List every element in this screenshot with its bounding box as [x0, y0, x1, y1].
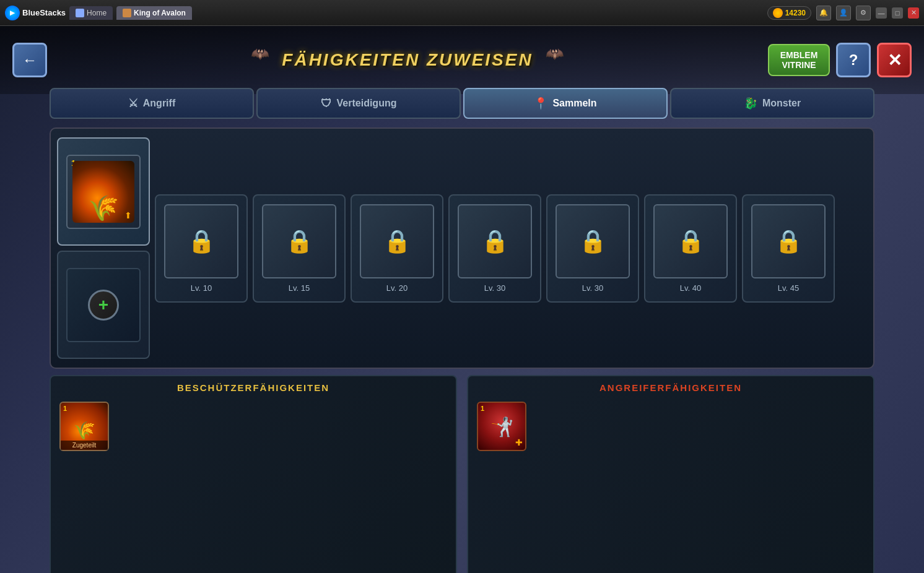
lock-icon-7: 🔒 [677, 228, 705, 254]
skill-slot-5-inner: 🔒 [458, 204, 532, 278]
back-button[interactable]: ← [12, 43, 47, 77]
lock-icon-2: 🔒 [188, 228, 216, 254]
angreifer-title: ANGREIFERFÄHIGKEITEN [474, 382, 867, 393]
coin-badge: 14230 [767, 6, 811, 20]
skill-slot-8-inner: 🔒 [751, 204, 826, 278]
skill-slot-4-inner: 🔒 [360, 204, 434, 278]
bat-right-icon: 🦇 [546, 45, 564, 62]
assigned-skill-1[interactable]: 1 🌾 Zugeteilt [59, 402, 109, 451]
home-tab-label: Home [87, 9, 107, 17]
tab-verteidigung-label: Verteidigung [337, 98, 397, 109]
lock-icon-5: 🔒 [481, 228, 509, 254]
skill-slot-7-inner: 🔒 [653, 204, 728, 278]
game-tab[interactable]: King of Avalon [116, 6, 192, 20]
knight-icon: 🤺 [490, 416, 513, 437]
home-tab[interactable]: Home [69, 6, 113, 20]
skill-up-arrow: ⬆ [124, 210, 132, 220]
skill-level-3: Lv. 15 [289, 283, 310, 293]
minimize-button[interactable]: — [876, 7, 887, 19]
beschuetzer-panel: BESCHÜTZERFÄHIGKEITEN 1 🌾 Zugeteilt [50, 375, 457, 573]
skills-section: 1 🌾 ⬆ + 🔒 Lv. [50, 127, 874, 369]
lock-icon-3: 🔒 [285, 228, 313, 254]
skill-slot-6-inner: 🔒 [556, 204, 630, 278]
skills-grid: 1 🌾 ⬆ + 🔒 Lv. [57, 137, 867, 359]
beschuetzer-skills-grid: 1 🌾 Zugeteilt [57, 399, 450, 454]
bluestacks-logo: ▶ BlueStacks [5, 6, 66, 20]
bat-left-icon: 🦇 [251, 45, 269, 62]
monster-icon: 🐉 [744, 97, 757, 110]
tab-sammeln[interactable]: 📍 Sammeln [463, 88, 668, 119]
skill-level-8: Lv. 45 [778, 283, 799, 293]
notification-button[interactable]: 🔔 [816, 6, 831, 20]
game-topbar: ← 🦇 FÄHIGKEITEN ZUWEISEN 🦇 EMBLEMVITRINE… [0, 26, 924, 94]
top-right-buttons: EMBLEMVITRINE ? ✕ [768, 43, 912, 77]
add-button[interactable]: + [88, 290, 119, 321]
settings-button[interactable]: ⚙ [856, 6, 871, 20]
skill-fire-icon: 🌾 [88, 194, 119, 223]
lock-icon-6: 🔒 [579, 228, 607, 254]
lock-icon-8: 🔒 [775, 228, 803, 254]
assigned-skill-label: Zugeteilt [61, 441, 108, 450]
coin-amount: 14230 [785, 9, 806, 17]
assigned-skill-number: 1 [63, 405, 67, 412]
skill-slot-3-inner: 🔒 [262, 204, 336, 278]
verteidigung-icon: 🛡 [321, 97, 332, 110]
close-game-button[interactable]: ✕ [877, 43, 912, 77]
tab-sammeln-label: Sammeln [552, 98, 596, 109]
game-title-banner: 🦇 FÄHIGKEITEN ZUWEISEN 🦇 [245, 45, 570, 75]
tab-monster[interactable]: 🐉 Monster [670, 88, 874, 119]
skill-slot-1-inner: 1 🌾 ⬆ [66, 155, 141, 229]
skill-slot-6[interactable]: 🔒 Lv. 30 [546, 194, 639, 303]
emblem-vitrine-button[interactable]: EMBLEMVITRINE [768, 44, 830, 76]
titlebar: ▶ BlueStacks Home King of Avalon 14230 🔔… [0, 0, 924, 26]
skill-fire-visual: 🌾 ⬆ [72, 161, 134, 223]
add-slot-inner: + [66, 268, 141, 342]
angriff-icon: ⚔ [128, 97, 138, 110]
game-title-area: 🦇 FÄHIGKEITEN ZUWEISEN 🦇 [47, 45, 768, 75]
close-window-button[interactable]: ✕ [908, 7, 919, 19]
home-tab-icon [76, 9, 84, 17]
skill-level-5: Lv. 30 [484, 283, 505, 293]
skill-level-6: Lv. 30 [582, 283, 603, 293]
skill-slot-8[interactable]: 🔒 Lv. 45 [742, 194, 835, 303]
angreifer-panel: ANGREIFERFÄHIGKEITEN 1 🤺 ✚ [467, 375, 874, 573]
tab-verteidigung[interactable]: 🛡 Verteidigung [256, 88, 461, 119]
beschuetzer-title: BESCHÜTZERFÄHIGKEITEN [57, 382, 450, 393]
sammeln-icon: 📍 [534, 97, 547, 110]
skill-slot-5[interactable]: 🔒 Lv. 30 [448, 194, 541, 303]
help-button[interactable]: ? [836, 43, 871, 77]
bluestacks-icon: ▶ [5, 6, 20, 20]
skill-add-icon: ✚ [515, 437, 523, 447]
maximize-button[interactable]: □ [892, 7, 903, 19]
skill-level-7: Lv. 40 [680, 283, 701, 293]
knight-skill-number: 1 [481, 405, 484, 412]
bottom-sections: BESCHÜTZERFÄHIGKEITEN 1 🌾 Zugeteilt ANGR… [50, 375, 874, 573]
titlebar-right: 14230 🔔 👤 ⚙ — □ ✕ [767, 6, 919, 20]
bluestacks-label: BlueStacks [22, 8, 66, 17]
game-tab-label: King of Avalon [134, 9, 186, 17]
knight-skill-1[interactable]: 1 🤺 ✚ [477, 402, 526, 451]
angreifer-skills-grid: 1 🤺 ✚ [474, 399, 867, 454]
profile-button[interactable]: 👤 [836, 6, 851, 20]
tab-monster-label: Monster [762, 98, 801, 109]
skill-slot-2[interactable]: 🔒 Lv. 10 [155, 194, 248, 303]
coin-icon [773, 8, 783, 18]
tab-angriff-label: Angriff [143, 98, 175, 109]
tab-angriff[interactable]: ⚔ Angriff [50, 88, 254, 119]
emblem-vitrine-label: EMBLEMVITRINE [779, 50, 819, 70]
assigned-skill-icon: 🌾 [74, 420, 95, 441]
skill-slot-3[interactable]: 🔒 Lv. 15 [253, 194, 346, 303]
skill-slot-7[interactable]: 🔒 Lv. 40 [644, 194, 737, 303]
skill-level-2: Lv. 10 [191, 283, 212, 293]
skill-slot-1[interactable]: 1 🌾 ⬆ [57, 137, 150, 246]
lock-icon-4: 🔒 [383, 228, 411, 254]
skill-slot-2-inner: 🔒 [164, 204, 238, 278]
game-area: ← 🦇 FÄHIGKEITEN ZUWEISEN 🦇 EMBLEMVITRINE… [0, 26, 924, 573]
game-tab-icon [123, 9, 131, 17]
add-skill-slot[interactable]: + [57, 251, 150, 359]
game-title-text: FÄHIGKEITEN ZUWEISEN [282, 50, 533, 69]
skill-level-4: Lv. 20 [386, 283, 408, 293]
skill-slot-4[interactable]: 🔒 Lv. 20 [351, 194, 443, 303]
